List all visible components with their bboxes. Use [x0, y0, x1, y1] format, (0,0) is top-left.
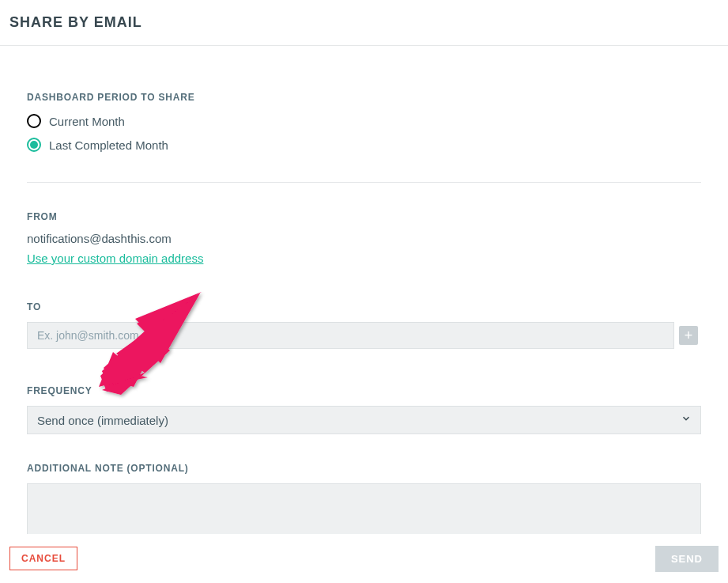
cancel-button[interactable]: CANCEL	[9, 547, 77, 570]
radio-label: Current Month	[49, 115, 125, 128]
radio-icon	[27, 114, 41, 128]
custom-domain-link[interactable]: Use your custom domain address	[27, 252, 203, 265]
from-section-label: FROM	[27, 211, 701, 222]
radio-label: Last Completed Month	[49, 138, 168, 152]
to-email-input[interactable]	[27, 322, 674, 349]
frequency-select[interactable]: Send once (immediately)	[27, 406, 701, 434]
plus-icon: +	[685, 328, 693, 343]
period-section-label: DASHBOARD PERIOD TO SHARE	[27, 92, 701, 103]
note-section-label: ADDITIONAL NOTE (OPTIONAL)	[27, 463, 701, 474]
period-option-current-month[interactable]: Current Month	[27, 112, 701, 130]
footer: CANCEL SEND	[0, 534, 728, 583]
divider	[27, 182, 701, 183]
add-recipient-button[interactable]: +	[679, 326, 698, 345]
send-button[interactable]: SEND	[655, 546, 719, 572]
frequency-section-label: FREQUENCY	[27, 385, 701, 396]
period-radio-group: Current Month Last Completed Month	[27, 112, 701, 153]
page-title: SHARE BY EMAIL	[9, 14, 719, 31]
radio-icon	[27, 138, 41, 152]
to-section-label: TO	[27, 301, 701, 312]
period-option-last-completed-month[interactable]: Last Completed Month	[27, 136, 701, 153]
from-email-value: notifications@dashthis.com	[27, 232, 701, 245]
